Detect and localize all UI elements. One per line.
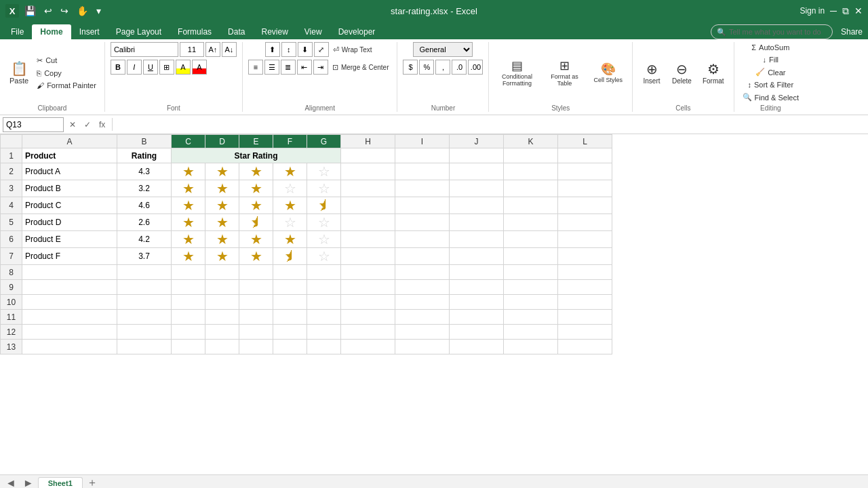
cell-i6[interactable]: [395, 231, 450, 248]
cell-J10[interactable]: [450, 295, 504, 310]
cell-k6[interactable]: [504, 231, 558, 248]
cell-b5[interactable]: 2.6: [117, 214, 172, 231]
tab-data[interactable]: Data: [220, 24, 253, 39]
cell-i2[interactable]: [395, 163, 450, 180]
currency-button[interactable]: $: [403, 60, 418, 75]
bold-button[interactable]: B: [111, 60, 125, 75]
star-cell-5[interactable]: ★: [205, 214, 239, 231]
cell-F10[interactable]: [273, 295, 307, 310]
star-cell-3[interactable]: ★: [172, 180, 205, 197]
delete-button[interactable]: ⊖ Delete: [668, 54, 696, 91]
increase-indent-button[interactable]: ⇥: [313, 60, 328, 75]
cell-k5[interactable]: [504, 214, 558, 231]
star-cell-3[interactable]: ★: [205, 180, 239, 197]
cell-l3[interactable]: [558, 180, 612, 197]
cell-l4[interactable]: [558, 197, 612, 214]
format-table-button[interactable]: ⊞ Format as Table: [542, 54, 587, 91]
cell-h1[interactable]: [341, 148, 395, 163]
border-button[interactable]: ⊞: [159, 60, 174, 75]
star-cell-7[interactable]: ★: [239, 248, 273, 265]
cell-F13[interactable]: [273, 340, 307, 354]
cell-a6[interactable]: Product E: [22, 231, 117, 248]
col-header-f[interactable]: F: [273, 135, 307, 148]
cell-E10[interactable]: [239, 295, 273, 310]
cell-G10[interactable]: [307, 295, 341, 310]
cell-c1-merged[interactable]: Star Rating: [172, 148, 341, 163]
cell-H8[interactable]: [341, 265, 395, 280]
cell-A11[interactable]: [22, 310, 117, 325]
star-cell-4[interactable]: ★: [205, 197, 239, 214]
conditional-formatting-button[interactable]: ▤ Conditional Formatting: [494, 54, 539, 91]
cell-B8[interactable]: [117, 265, 172, 280]
cell-k7[interactable]: [504, 248, 558, 265]
cell-i3[interactable]: [395, 180, 450, 197]
cell-E9[interactable]: [239, 280, 273, 295]
star-cell-6[interactable]: ★: [273, 231, 307, 248]
fill-color-button[interactable]: A: [176, 60, 191, 75]
cell-G8[interactable]: [307, 265, 341, 280]
cell-h2[interactable]: [341, 163, 395, 180]
col-header-d[interactable]: D: [205, 135, 239, 148]
align-top-button[interactable]: ⬆: [265, 42, 280, 57]
col-header-i[interactable]: I: [395, 135, 450, 148]
star-cell-6[interactable]: ★: [239, 231, 273, 248]
star-cell-7[interactable]: ⯨: [273, 248, 307, 265]
cell-D9[interactable]: [205, 280, 239, 295]
col-header-e[interactable]: E: [239, 135, 273, 148]
cell-G9[interactable]: [307, 280, 341, 295]
increase-decimal-button[interactable]: .00: [468, 60, 483, 75]
cancel-formula-button[interactable]: ✕: [66, 120, 79, 129]
star-cell-7[interactable]: ☆: [307, 248, 341, 265]
cell-C10[interactable]: [172, 295, 205, 310]
find-select-button[interactable]: 🔍 Find & Select: [740, 92, 802, 103]
cell-j1[interactable]: [450, 148, 504, 163]
cell-j2[interactable]: [450, 163, 504, 180]
star-cell-4[interactable]: ★: [273, 197, 307, 214]
merge-center-button[interactable]: ⊡ Merge & Center: [330, 62, 392, 73]
cell-B13[interactable]: [117, 340, 172, 354]
star-cell-2[interactable]: ★: [205, 163, 239, 180]
cell-l5[interactable]: [558, 214, 612, 231]
add-sheet-button[interactable]: ＋: [84, 476, 100, 488]
cell-K9[interactable]: [504, 280, 558, 295]
align-left-button[interactable]: ≡: [248, 60, 263, 75]
cell-k1[interactable]: [504, 148, 558, 163]
percent-button[interactable]: %: [419, 60, 434, 75]
star-cell-2[interactable]: ★: [273, 163, 307, 180]
cell-I8[interactable]: [395, 265, 450, 280]
cell-B10[interactable]: [117, 295, 172, 310]
italic-button[interactable]: I: [127, 60, 142, 75]
tab-review[interactable]: Review: [253, 24, 296, 39]
clear-button[interactable]: 🧹 Clear: [753, 66, 788, 78]
tab-insert[interactable]: Insert: [71, 24, 108, 39]
cell-K13[interactable]: [504, 340, 558, 354]
cell-I11[interactable]: [395, 310, 450, 325]
col-header-a[interactable]: A: [22, 135, 117, 148]
cell-L8[interactable]: [558, 265, 612, 280]
cell-i4[interactable]: [395, 197, 450, 214]
tab-file[interactable]: File: [3, 24, 32, 39]
cell-D13[interactable]: [205, 340, 239, 354]
cell-D8[interactable]: [205, 265, 239, 280]
cell-K8[interactable]: [504, 265, 558, 280]
autosum-button[interactable]: Σ AutoSum: [749, 42, 792, 53]
cell-K12[interactable]: [504, 325, 558, 340]
star-cell-2[interactable]: ☆: [307, 163, 341, 180]
align-center-button[interactable]: ☰: [264, 60, 279, 75]
format-painter-button[interactable]: 🖌 Format Painter: [34, 80, 99, 91]
cell-C8[interactable]: [172, 265, 205, 280]
confirm-formula-button[interactable]: ✓: [81, 120, 94, 129]
cell-b2[interactable]: 4.3: [117, 163, 172, 180]
cell-j6[interactable]: [450, 231, 504, 248]
cell-F12[interactable]: [273, 325, 307, 340]
comma-button[interactable]: ,: [435, 60, 450, 75]
sheet-tab-sheet1[interactable]: Sheet1: [38, 477, 83, 489]
cell-L12[interactable]: [558, 325, 612, 340]
copy-button[interactable]: ⎘ Copy: [34, 68, 99, 79]
cell-I10[interactable]: [395, 295, 450, 310]
cell-J12[interactable]: [450, 325, 504, 340]
cell-J11[interactable]: [450, 310, 504, 325]
cell-j3[interactable]: [450, 180, 504, 197]
star-cell-6[interactable]: ★: [205, 231, 239, 248]
name-box-input[interactable]: [3, 117, 64, 132]
